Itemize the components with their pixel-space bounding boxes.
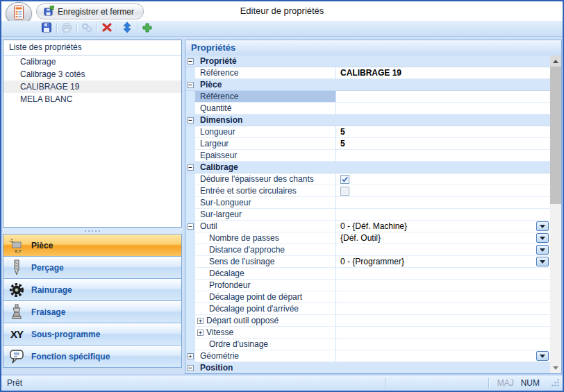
property-value-cell[interactable] <box>336 173 550 185</box>
scroll-down-icon[interactable] <box>550 362 561 373</box>
property-name-cell[interactable]: Epaisseur <box>195 150 336 162</box>
property-row[interactable]: RéférenceCALIBRAGE 19 <box>185 67 550 79</box>
scrollbar-thumb[interactable] <box>550 67 561 204</box>
property-row[interactable]: Epaisseur <box>185 150 550 162</box>
toolbar-save-button[interactable] <box>39 22 54 35</box>
property-value-cell[interactable] <box>336 350 550 362</box>
property-name-cell[interactable]: Nombre de passes <box>195 232 336 244</box>
property-row[interactable]: Sur-Longueur <box>185 197 550 209</box>
property-section-row[interactable]: −Calibrage <box>185 162 550 173</box>
property-row[interactable]: +Vitesse <box>185 327 550 339</box>
property-row[interactable]: Longueur5 <box>185 126 550 138</box>
property-value-cell[interactable] <box>336 244 550 256</box>
collapse-toggle-icon[interactable]: − <box>188 58 194 65</box>
collapse-toggle-icon[interactable]: − <box>188 117 194 123</box>
dropdown-button[interactable] <box>536 221 549 231</box>
property-value-cell[interactable] <box>336 291 550 303</box>
property-name-cell[interactable]: Géométrie <box>195 350 336 362</box>
property-value-cell[interactable]: 5 <box>336 126 550 138</box>
expand-toggle-icon[interactable]: + <box>188 353 194 359</box>
property-name-cell[interactable]: Décalage point d'arrivée <box>195 303 336 315</box>
dropdown-button[interactable] <box>536 351 549 361</box>
checkbox-unchecked-icon[interactable] <box>340 187 349 196</box>
property-name-cell[interactable]: Déduire l'épaisseur des chants <box>195 173 336 185</box>
property-row[interactable]: Entrée et sortie circulaires <box>185 185 550 197</box>
scroll-up-icon[interactable] <box>550 56 561 67</box>
property-name-cell[interactable]: Sens de l'usinage <box>195 256 336 268</box>
property-name-cell[interactable]: Distance d'approche <box>195 244 336 256</box>
property-name-cell[interactable]: Ordre d'usinage <box>195 339 336 350</box>
property-value-cell[interactable]: CALIBRAGE 19 <box>336 67 550 79</box>
property-name-cell[interactable]: Décalage point de départ <box>195 291 336 303</box>
property-value-cell[interactable]: 5 <box>336 138 550 150</box>
property-row[interactable]: Ordre d'usinage <box>185 339 550 350</box>
vertical-scrollbar[interactable] <box>550 56 561 373</box>
property-value-cell[interactable] <box>336 303 550 315</box>
property-name-cell[interactable]: Entrée et sortie circulaires <box>195 185 336 197</box>
list-item[interactable]: Calibrage 3 cotés <box>3 68 181 80</box>
nav-button-rainurage[interactable]: Rainurage <box>3 278 181 300</box>
collapse-toggle-icon[interactable]: − <box>188 365 194 371</box>
property-section-row[interactable]: −Pièce <box>185 79 550 91</box>
property-row[interactable]: Sur-largeur <box>185 209 550 221</box>
property-row[interactable]: Référence <box>185 91 550 103</box>
property-row[interactable]: Déduire l'épaisseur des chants <box>185 173 550 185</box>
dropdown-button[interactable] <box>536 245 549 255</box>
property-value-cell[interactable] <box>336 339 550 350</box>
toolbar-link-button[interactable] <box>79 22 94 35</box>
resize-grip[interactable] <box>551 378 561 388</box>
property-value-cell[interactable] <box>336 185 550 197</box>
property-row[interactable]: +Géométrie <box>185 350 550 362</box>
property-value-cell[interactable] <box>336 268 550 280</box>
property-name-cell[interactable]: Référence <box>195 67 336 79</box>
checkbox-checked-icon[interactable] <box>340 175 349 184</box>
property-value-cell[interactable] <box>336 209 550 221</box>
property-name-cell[interactable]: Décalage <box>195 268 336 280</box>
nav-button-fonction-sp-cifique[interactable]: Fonction spécifique <box>3 345 181 367</box>
property-row[interactable]: Décalage point d'arrivée <box>185 303 550 315</box>
property-value-cell[interactable] <box>336 103 550 114</box>
toolbar-move-up-down-button[interactable] <box>119 22 135 35</box>
property-value-cell[interactable] <box>336 280 550 291</box>
property-row[interactable]: Quantité <box>185 103 550 114</box>
property-name-cell[interactable]: +Vitesse <box>195 327 336 339</box>
toolbar-print-button[interactable] <box>59 22 74 35</box>
nav-button-sous-programme[interactable]: XYSous-programme <box>3 323 181 345</box>
list-item[interactable]: MELA BLANC <box>3 93 181 105</box>
property-value-cell[interactable] <box>336 315 550 327</box>
property-name-cell[interactable]: Quantité <box>195 103 336 114</box>
panel-splitter[interactable] <box>3 228 182 234</box>
property-row[interactable]: Décalage point de départ <box>185 291 550 303</box>
property-row[interactable]: Largeur5 <box>185 138 550 150</box>
property-value-cell[interactable] <box>336 327 550 339</box>
property-value-cell[interactable]: 0 - {Programmer} <box>336 256 550 268</box>
nav-button-pi-ce[interactable]: X,YPièce <box>3 234 181 256</box>
dropdown-button[interactable] <box>536 233 549 243</box>
collapse-toggle-icon[interactable]: − <box>188 164 194 171</box>
nav-button-per-age[interactable]: Perçage <box>3 256 181 278</box>
property-name-cell[interactable]: Référence <box>195 91 336 103</box>
toolbar-add-button[interactable] <box>140 22 155 35</box>
property-section-row[interactable]: −Propriété <box>185 56 550 67</box>
expand-toggle-icon[interactable]: + <box>197 330 204 336</box>
property-value-cell[interactable] <box>336 91 550 103</box>
property-name-cell[interactable]: Longueur <box>195 126 336 138</box>
property-row[interactable]: Distance d'approche <box>185 244 550 256</box>
collapse-toggle-icon[interactable]: − <box>188 82 194 88</box>
property-row[interactable]: Nombre de passes{Déf. Outil} <box>185 232 550 244</box>
property-row[interactable]: +Départ outil opposé <box>185 315 550 327</box>
property-value-cell[interactable]: {Déf. Outil} <box>336 232 550 244</box>
property-value-cell[interactable] <box>336 150 550 162</box>
property-name-cell[interactable]: Outil <box>195 221 336 232</box>
property-name-cell[interactable]: Largeur <box>195 138 336 150</box>
property-section-row[interactable]: −Position <box>185 362 550 373</box>
dropdown-button[interactable] <box>536 257 549 266</box>
property-row[interactable]: Profondeur <box>185 280 550 291</box>
property-row[interactable]: Sens de l'usinage0 - {Programmer} <box>185 256 550 268</box>
property-row[interactable]: Décalage <box>185 268 550 280</box>
property-row[interactable]: −Outil0 - {Déf. Machine} <box>185 221 550 232</box>
save-and-close-button[interactable]: Enregistrer et fermer <box>36 3 144 19</box>
nav-button-fraisage[interactable]: Fraisage <box>3 300 181 323</box>
property-value-cell[interactable]: 0 - {Déf. Machine} <box>336 221 550 232</box>
list-item[interactable]: Calibrage <box>3 56 181 68</box>
